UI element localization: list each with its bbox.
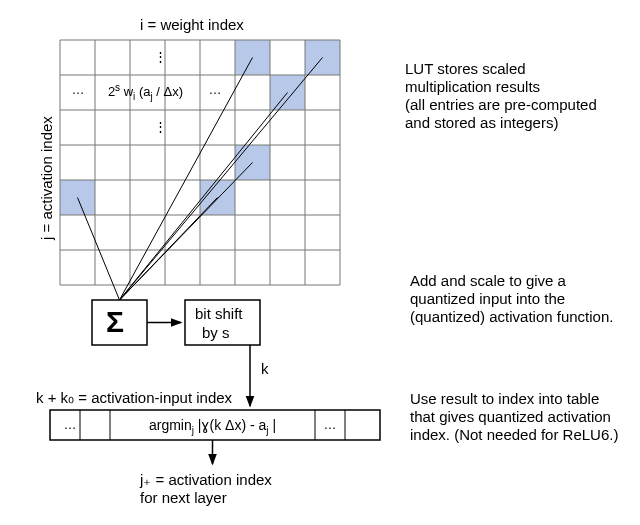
grid-vellipsis-bottom: ⋮ bbox=[150, 119, 170, 135]
note3-line3: index. (Not needed for ReLU6.) bbox=[410, 426, 618, 444]
j-axis-label: j = activation index bbox=[38, 116, 56, 240]
svg-line-25 bbox=[120, 93, 288, 301]
k-label: k bbox=[261, 360, 269, 378]
grid-formula-cell: 2s wi (aj / Δx) bbox=[88, 82, 203, 103]
row-ellipsis-left: … bbox=[60, 417, 80, 433]
note3-line1: Use result to index into table bbox=[410, 390, 599, 408]
grid-vellipsis-top: ⋮ bbox=[150, 49, 170, 65]
note1-line4: and stored as integers) bbox=[405, 114, 558, 132]
note3-line2: that gives quantized activation bbox=[410, 408, 611, 426]
diagram-frame: i = weight index j = activation index ⋮ … bbox=[0, 0, 640, 525]
bitshift-line1: bit shift bbox=[195, 305, 243, 323]
note2-line1: Add and scale to give a bbox=[410, 272, 566, 290]
jplus-line2: for next layer bbox=[140, 489, 227, 507]
grid-ellipsis-left: … bbox=[68, 82, 88, 98]
note1-line2: multiplication results bbox=[405, 78, 540, 96]
jplus-line1: j₊ = activation index bbox=[140, 471, 272, 489]
i-axis-label: i = weight index bbox=[140, 16, 244, 34]
bitshift-line2: by s bbox=[202, 324, 230, 342]
note2-line2: quantized input into the bbox=[410, 290, 565, 308]
note1-line1: LUT stores scaled bbox=[405, 60, 526, 78]
note2-line3: (quantized) activation function. bbox=[410, 308, 613, 326]
k-k0-label: k + k₀ = activation-input index bbox=[36, 389, 232, 407]
row-formula: argminj |ɣ(k Δx) - aj | bbox=[110, 417, 315, 437]
note1-line3: (all entries are pre-computed bbox=[405, 96, 597, 114]
sigma-label: Σ bbox=[106, 304, 124, 340]
grid-ellipsis-right: … bbox=[205, 82, 225, 98]
row-ellipsis-right: … bbox=[320, 417, 340, 433]
diagram-svg bbox=[0, 0, 640, 525]
